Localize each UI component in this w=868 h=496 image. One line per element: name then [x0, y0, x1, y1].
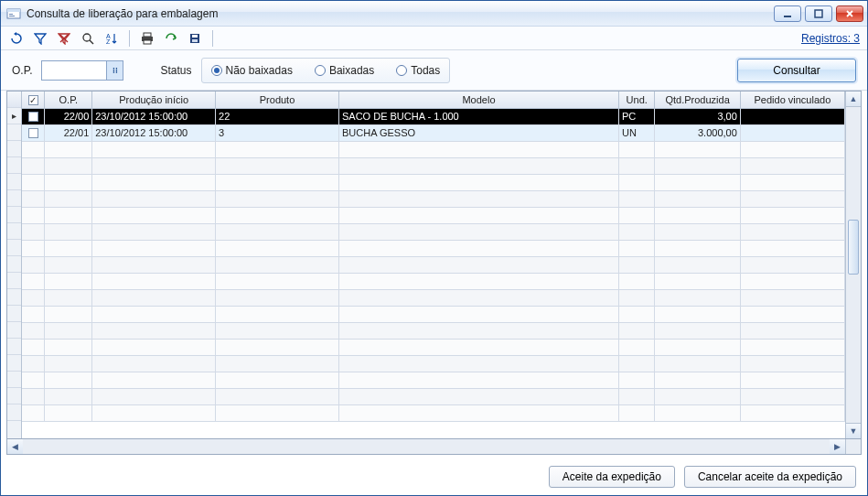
- col-und[interactable]: Und.: [619, 92, 655, 108]
- row-indicator[interactable]: [7, 339, 21, 355]
- table-row-empty: [22, 256, 845, 273]
- toolbar-sep: [129, 30, 130, 47]
- col-modelo[interactable]: Modelo: [338, 92, 618, 108]
- table-row-empty: [22, 339, 845, 355]
- window-title: Consulta de liberação para embalagem: [27, 7, 774, 20]
- app-window: Consulta de liberação para embalagem AZ …: [0, 0, 868, 496]
- row-indicator[interactable]: [7, 124, 21, 141]
- op-input[interactable]: [42, 61, 106, 80]
- scroll-right-icon[interactable]: ▶: [830, 439, 845, 454]
- footer: Aceite da expedição Cancelar aceite da e…: [1, 458, 867, 495]
- status-label: Status: [160, 64, 191, 77]
- find-icon[interactable]: [80, 30, 96, 47]
- svg-text:Z: Z: [106, 38, 111, 45]
- grid-table[interactable]: O.P. Produção início Produto Modelo Und.…: [22, 92, 845, 438]
- row-indicator[interactable]: [7, 207, 21, 223]
- op-lookup-button[interactable]: ⁝⁝: [106, 61, 123, 80]
- row-indicator[interactable]: [7, 190, 21, 207]
- col-qtd-produzida[interactable]: Qtd.Produzida: [655, 92, 740, 108]
- table-row-empty: [22, 157, 845, 174]
- row-indicator[interactable]: [7, 322, 21, 339]
- row-indicator[interactable]: [7, 223, 21, 240]
- op-input-wrap: ⁝⁝: [41, 60, 123, 81]
- gutter-header: [7, 92, 21, 108]
- col-pedido-vinculado[interactable]: Pedido vinculado: [740, 92, 844, 108]
- table-row-empty: [22, 223, 845, 240]
- scroll-down-icon[interactable]: ▼: [846, 423, 861, 438]
- table-row-empty: [22, 207, 845, 223]
- col-prod-inicio[interactable]: Produção início: [92, 92, 216, 108]
- export-icon[interactable]: [163, 30, 179, 47]
- maximize-button[interactable]: [805, 5, 832, 22]
- table-row-empty: [22, 322, 845, 339]
- table-row-empty: [22, 372, 845, 388]
- minimize-button[interactable]: [774, 5, 801, 22]
- row-indicator[interactable]: [7, 157, 21, 174]
- svg-rect-3: [9, 16, 15, 16]
- row-indicator[interactable]: [7, 174, 21, 190]
- vertical-scrollbar[interactable]: ▲ ▼: [845, 92, 861, 438]
- row-indicator[interactable]: [7, 273, 21, 289]
- radio-dot-icon: [315, 65, 326, 76]
- filter-bar: O.P. ⁝⁝ Status Não baixadas Baixadas Tod…: [1, 50, 867, 91]
- table-row-empty: [22, 355, 845, 372]
- col-check[interactable]: [22, 92, 45, 108]
- table-row-empty: [22, 141, 845, 157]
- row-indicator[interactable]: [7, 404, 21, 421]
- grid-area: ▸ O.P. Produção início Produto Modelo: [1, 91, 867, 458]
- toolbar-sep-2: [212, 30, 213, 47]
- row-gutter: ▸: [7, 92, 22, 438]
- row-indicator[interactable]: [7, 306, 21, 322]
- row-indicator[interactable]: [7, 240, 21, 256]
- radio-dot-icon: [211, 65, 222, 76]
- scroll-thumb[interactable]: [848, 220, 859, 275]
- col-op[interactable]: O.P.: [45, 92, 92, 108]
- scroll-corner: [845, 439, 861, 454]
- sort-icon[interactable]: AZ: [103, 30, 120, 47]
- table-row-empty: [22, 240, 845, 256]
- row-indicator[interactable]: ▸: [7, 108, 21, 124]
- row-checkbox[interactable]: [28, 128, 38, 138]
- current-row-pointer-icon: ▸: [12, 111, 16, 121]
- svg-rect-2: [9, 14, 13, 15]
- row-indicator[interactable]: [7, 355, 21, 372]
- table-row[interactable]: 22/0023/10/2012 15:00:0022SACO DE BUCHA …: [22, 108, 845, 124]
- svg-rect-13: [192, 35, 198, 38]
- row-checkbox[interactable]: [28, 112, 38, 122]
- clear-filter-icon[interactable]: [56, 30, 72, 47]
- table-row-empty: [22, 273, 845, 289]
- close-button[interactable]: [836, 5, 863, 22]
- table-row-empty: [22, 174, 845, 190]
- save-icon[interactable]: [187, 30, 203, 47]
- cancel-accept-expedition-button[interactable]: Cancelar aceite da expedição: [684, 466, 856, 488]
- radio-nao-baixadas[interactable]: Não baixadas: [211, 64, 293, 77]
- scroll-left-icon[interactable]: ◀: [7, 439, 23, 454]
- refresh-icon[interactable]: [8, 30, 25, 47]
- table-row-empty: [22, 289, 845, 306]
- row-indicator[interactable]: [7, 388, 21, 404]
- print-icon[interactable]: [139, 30, 155, 47]
- row-indicator[interactable]: [7, 289, 21, 306]
- col-produto[interactable]: Produto: [216, 92, 339, 108]
- radio-baixadas[interactable]: Baixadas: [315, 64, 374, 77]
- table-row-empty: [22, 388, 845, 404]
- svg-rect-9: [144, 33, 151, 37]
- accept-expedition-button[interactable]: Aceite da expedição: [549, 466, 675, 488]
- titlebar: Consulta de liberação para embalagem: [1, 1, 867, 27]
- horizontal-scrollbar[interactable]: ◀ ▶: [6, 439, 862, 455]
- row-indicator[interactable]: [7, 256, 21, 273]
- radio-dot-icon: [396, 65, 407, 76]
- filter-icon[interactable]: [32, 30, 48, 47]
- checkbox-header-icon: [28, 95, 38, 105]
- scroll-up-icon[interactable]: ▲: [846, 92, 861, 107]
- app-icon: [6, 6, 21, 21]
- op-label: O.P.: [12, 64, 32, 77]
- svg-rect-11: [144, 40, 151, 44]
- hscroll-track[interactable]: [23, 439, 830, 454]
- row-indicator[interactable]: [7, 372, 21, 388]
- radio-todas[interactable]: Todas: [396, 64, 440, 77]
- records-link[interactable]: Registros: 3: [801, 32, 860, 45]
- table-row[interactable]: 22/0123/10/2012 15:00:003BUCHA GESSOUN3.…: [22, 124, 845, 141]
- consult-button[interactable]: Consultar: [737, 59, 856, 82]
- row-indicator[interactable]: [7, 141, 21, 157]
